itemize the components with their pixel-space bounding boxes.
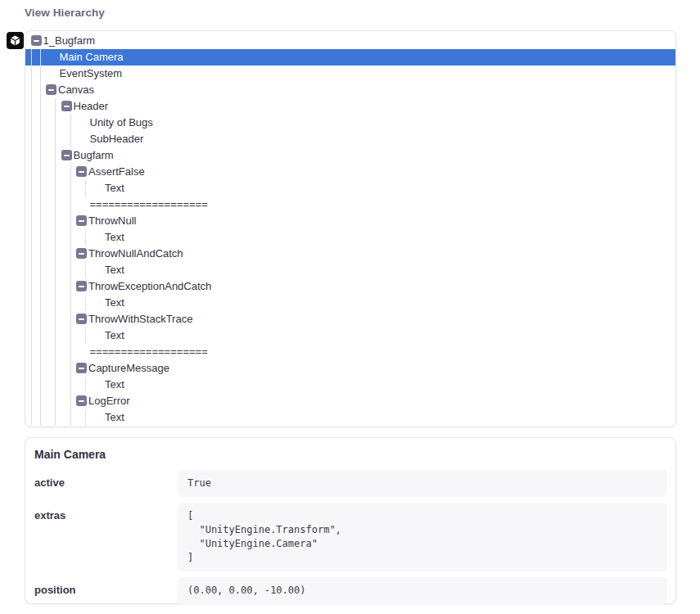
tree-guide-line [31,49,32,426]
minus-glyph [34,40,39,42]
tree-row[interactable]: ThrowNullAndCatch [25,246,675,262]
detail-value: [ "UnityEngine.Transform", "UnityEngine.… [178,503,667,571]
detail-row: position(0.00, 0.00, -10.00) [34,577,667,604]
detail-key: extras [34,503,178,571]
minus-glyph [64,155,70,156]
minus-glyph [79,318,84,320]
collapse-minus-icon[interactable] [76,363,87,373]
tree-item-label: Main Camera [60,49,124,65]
collapse-minus-icon[interactable] [46,84,56,95]
detail-key: position [34,577,178,604]
tree-item-label: Canvas [58,82,94,98]
tree-row[interactable]: Text [25,295,675,311]
tree-guide-line [85,409,86,426]
tree-item-label: Unity of Bugs [90,115,153,131]
tree-row[interactable]: Header [25,98,675,115]
unity-logo-icon [7,32,24,49]
minus-glyph [79,400,84,402]
tree-row[interactable]: ThrowNull [25,213,675,229]
tree-item-label: Text [105,409,124,426]
minus-glyph [79,220,84,222]
tree-item-label: Text [105,327,124,344]
page-title: View Hierarchy [25,7,105,19]
tree-row[interactable]: LogError [25,393,675,409]
tree-guide-line [85,229,86,246]
tree-row[interactable]: SubHeader [25,131,675,147]
tree-item-label: Text [105,180,124,196]
tree-item-label: Text [105,377,124,393]
minus-glyph [79,286,84,287]
minus-glyph [79,368,84,369]
tree-row[interactable]: Text [25,327,675,344]
tree-item-label: Text [105,262,124,278]
tree-row-separator[interactable]: =================== [25,344,675,360]
tree-row[interactable]: Text [25,229,675,246]
detail-key: active [34,470,178,497]
unity-cube-glyph [9,34,21,47]
tree-row[interactable]: EventSystem [25,65,675,82]
tree-item-label: ThrowWithStackTrace [88,311,192,327]
tree-row[interactable]: CaptureMessage [25,360,675,377]
minus-glyph [64,106,70,107]
collapse-minus-icon[interactable] [76,314,87,324]
tree-row[interactable]: AssertFalse [25,164,675,180]
collapse-minus-icon[interactable] [76,281,87,291]
tree-row[interactable]: Text [25,262,675,278]
tree-row[interactable]: Main Camera [25,49,675,65]
collapse-minus-icon[interactable] [61,101,72,111]
tree-item-label: ThrowExceptionAndCatch [88,278,211,295]
details-rows: activeTrueextras[ "UnityEngine.Transform… [34,470,667,604]
tree-item-label: LogError [88,393,130,409]
tree-row[interactable]: Text [25,377,675,393]
tree-guide-line [55,98,56,426]
detail-value: True [178,470,667,497]
tree-item-label: =================== [90,196,208,213]
hierarchy-tree: 1_BugfarmMain CameraEventSystemCanvasHea… [25,33,675,426]
minus-glyph [48,89,54,91]
tree-row[interactable]: Text [25,180,675,196]
tree-item-label: CaptureMessage [88,360,169,377]
tree-row[interactable]: 1_Bugfarm [25,33,675,49]
tree-row-separator[interactable]: =================== [25,196,675,213]
details-panel: Main Camera activeTrueextras[ "UnityEngi… [25,437,676,604]
tree-guide-line [85,327,86,344]
tree-item-label: ThrowNullAndCatch [88,246,183,262]
tree-row[interactable]: ThrowExceptionAndCatch [25,278,675,295]
tree-item-label: =================== [90,344,208,360]
detail-value: (0.00, 0.00, -10.00) [178,577,667,604]
tree-guide-line [40,49,41,426]
tree-row[interactable]: Canvas [25,82,675,98]
tree-guide-line [85,262,86,278]
tree-item-label: 1_Bugfarm [43,33,96,49]
collapse-minus-icon[interactable] [61,150,72,160]
hierarchy-tree-panel: 1_BugfarmMain CameraEventSystemCanvasHea… [25,30,676,427]
tree-item-label: AssertFalse [88,164,145,180]
detail-row: extras[ "UnityEngine.Transform", "UnityE… [34,503,667,571]
details-title: Main Camera [34,448,667,461]
tree-guide-line [85,180,86,196]
tree-item-label: Bugfarm [74,147,114,164]
collapse-minus-icon[interactable] [76,395,87,406]
collapse-minus-icon[interactable] [76,166,87,177]
tree-guide-line [70,115,71,147]
tree-guide-line [85,295,86,311]
tree-item-label: Text [105,295,124,311]
collapse-minus-icon[interactable] [76,215,87,226]
tree-row[interactable]: Text [25,409,675,426]
detail-row: activeTrue [34,470,667,497]
tree-item-label: Text [105,229,124,246]
tree-item-label: EventSystem [60,65,123,82]
tree-row[interactable]: Unity of Bugs [25,115,675,131]
collapse-minus-icon[interactable] [76,248,87,259]
tree-guide-line [85,377,86,393]
minus-glyph [79,171,84,173]
collapse-minus-icon[interactable] [31,35,42,46]
minus-glyph [79,253,84,255]
tree-item-label: ThrowNull [88,213,137,229]
tree-row[interactable]: ThrowWithStackTrace [25,311,675,327]
tree-guide-line [70,164,71,426]
tree-row[interactable]: Bugfarm [25,147,675,164]
tree-item-label: Header [74,98,109,115]
tree-item-label: SubHeader [90,131,144,147]
